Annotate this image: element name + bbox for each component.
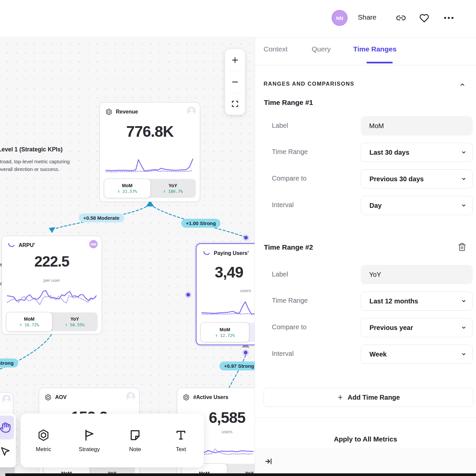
metric-value: 222.5 [2, 253, 102, 270]
assignee-avatar[interactable] [187, 107, 196, 116]
share-button[interactable]: Share [358, 13, 376, 21]
correlation-badge[interactable]: 66 Strong [0, 358, 18, 367]
interval-select[interactable]: Week [361, 345, 473, 364]
comparison-mom[interactable]: MoM ↑ 12.72% [200, 322, 249, 342]
toolbar-item-label: Note [129, 446, 141, 453]
window-bottom-edge [5, 473, 476, 476]
compare-to-select[interactable]: Previous 30 days [361, 169, 473, 189]
time-range-2-title: Time Range #2 [264, 243, 313, 251]
compare-to-field-label: Compare to [272, 323, 307, 331]
comparison-toggle: MoM ↑ 12.72% [200, 323, 255, 342]
metric-hexagon-icon [44, 394, 52, 401]
chevron-down-icon [461, 150, 466, 155]
metric-card-arpu[interactable]: ARPU' NN 222.5 per user MoM ↑ 16.72% YoY… [2, 236, 102, 334]
cursor-icon [0, 446, 11, 457]
select-value: Day [361, 202, 382, 209]
time-range-field-label: Time Range [272, 297, 308, 304]
fullscreen-icon [231, 100, 239, 108]
metric-hexagon-icon [183, 394, 190, 401]
metric-card-title: Paying Users' [214, 250, 249, 256]
assignee-avatar[interactable] [126, 392, 135, 401]
comparison-yoy[interactable]: YoY ↑ 58.55% [52, 312, 98, 331]
toolbar-item-strategy[interactable]: Strategy [66, 414, 112, 467]
label-input[interactable]: YoY [361, 265, 473, 284]
group-annotation-desc: Broad, top-level metric capturing [0, 158, 70, 165]
comparison-toggle: MoM ↑ 31.57% YoY ↑ 180.7% [104, 179, 196, 198]
compare-to-field-label: Compare to [272, 175, 307, 182]
top-bar: NN Share [0, 0, 476, 37]
owner-avatar[interactable]: NN [89, 240, 98, 248]
zoom-in-button[interactable] [225, 49, 245, 71]
metric-tree-canvas[interactable]: +0.58 Moderate +1.00 Strong 66 Strong +0… [0, 0, 255, 476]
label-field-label: Label [272, 271, 288, 278]
metric-card-title: ARPU' [19, 242, 35, 248]
canvas-toolbar: Metric Strategy Note Text [21, 414, 204, 467]
tab-context[interactable]: Context [264, 45, 287, 53]
zoom-out-button[interactable] [225, 71, 245, 93]
time-range-field-label: Time Range [272, 148, 308, 156]
metric-unit: per user [2, 278, 102, 283]
more-options-icon[interactable] [443, 16, 454, 20]
interval-select[interactable]: Day [361, 196, 473, 215]
toolbar-item-label: Text [176, 446, 186, 453]
zoom-control [225, 49, 245, 115]
metric-value: 776.8K [100, 122, 200, 140]
assignee-avatar[interactable] [2, 395, 11, 404]
time-range-select[interactable]: Last 30 days [361, 143, 473, 162]
loading-arc-icon [7, 241, 15, 249]
comparison-value: ↑ 31.57% [118, 189, 137, 194]
app-screen: +0.58 Moderate +1.00 Strong 66 Strong +0… [0, 0, 476, 476]
comparison-label: YoY [70, 316, 79, 322]
comparison-value: ↑ 180.7% [163, 189, 183, 194]
label-input-value: YoY [361, 271, 381, 278]
user-avatar[interactable]: NN [332, 10, 348, 26]
toolbar-item-metric[interactable]: Metric [21, 414, 66, 467]
settings-panel: Context Query Time Ranges RANGES AND COM… [255, 0, 476, 476]
compare-to-select[interactable]: Previous year [361, 318, 473, 337]
toolbar-item-text[interactable]: Text [158, 414, 204, 467]
text-icon [174, 429, 188, 442]
correlation-badge[interactable]: +1.00 Strong [181, 219, 220, 228]
comparison-label: MoM [122, 183, 132, 188]
minus-icon [231, 78, 239, 86]
metric-hexagon-icon [105, 108, 113, 116]
correlation-badge[interactable]: +0.58 Moderate [79, 213, 124, 222]
group-annotation-title: Level 1 (Strategic KPIs) [0, 146, 70, 153]
comparison-toggle: MoM ↑ 16.72% YoY ↑ 58.55% [6, 312, 98, 331]
label-input-value: MoM [361, 122, 384, 130]
panel-footer [255, 449, 476, 474]
link-icon[interactable] [396, 13, 406, 23]
sparkline [7, 286, 97, 311]
metric-card-revenue[interactable]: Revenue 776.8K MoM ↑ 31.57% YoY ↑ 180.7% [100, 102, 200, 202]
select-value: Previous year [361, 324, 413, 332]
comparison-mom[interactable]: MoM ↑ 31.57% [104, 179, 151, 198]
correlation-badge[interactable]: +0.97 Strong [219, 361, 255, 370]
metric-card-title: Revenue [116, 109, 138, 115]
hand-tool-button[interactable] [0, 416, 14, 439]
trash-icon[interactable] [458, 243, 466, 251]
select-tool-button[interactable] [0, 439, 14, 463]
comparison-mom[interactable]: MoM ↑ 16.72% [6, 312, 52, 332]
chevron-down-icon [461, 352, 466, 357]
time-range-select[interactable]: Last 12 months [361, 291, 473, 311]
tab-time-ranges[interactable]: Time Ranges [353, 45, 396, 53]
tab-query[interactable]: Query [312, 45, 331, 53]
metric-card-paying-users[interactable]: Paying Users' 3,49 users MoM ↑ 12.72% [196, 243, 255, 345]
interval-field-label: Interval [272, 201, 294, 209]
note-icon [128, 429, 142, 442]
chevron-up-icon[interactable] [459, 82, 465, 88]
comparison-yoy[interactable]: YoY ↑ 180.7% [150, 179, 196, 198]
fit-view-button[interactable] [225, 93, 245, 115]
add-time-range-button[interactable]: Add Time Range [264, 388, 473, 407]
plus-icon [337, 394, 344, 401]
toolbar-item-note[interactable]: Note [112, 414, 158, 467]
label-field-label: Label [272, 122, 288, 129]
collapse-panel-icon[interactable] [264, 457, 273, 466]
sparkline [105, 156, 195, 175]
metric-unit: users [197, 288, 255, 293]
sparkline [201, 299, 255, 319]
heart-icon[interactable] [419, 13, 429, 23]
chevron-down-icon [461, 176, 466, 182]
apply-all-metrics-button[interactable]: Apply to All Metrics [255, 435, 476, 443]
label-input[interactable]: MoM [361, 116, 473, 135]
